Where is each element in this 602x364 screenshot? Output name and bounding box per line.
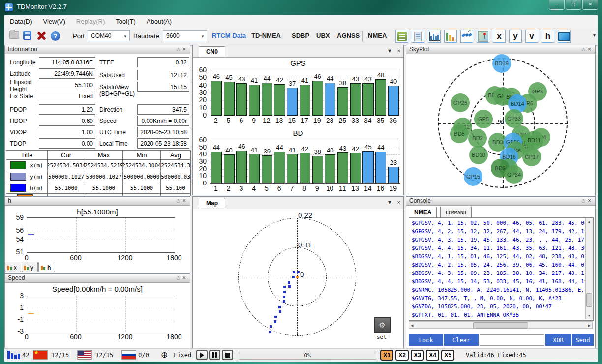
protocol-tab-tdnmea[interactable]: TD-NMEA: [251, 32, 281, 39]
scroll-up-icon[interactable]: ▲: [586, 220, 593, 223]
command-input[interactable]: [480, 334, 544, 346]
protocol-tab-nmea[interactable]: NMEA: [368, 32, 387, 39]
bar-slot: 42: [299, 140, 311, 183]
speed-x3-button[interactable]: X3: [411, 350, 424, 361]
position-dot: [293, 271, 295, 273]
monitor-icon[interactable]: [558, 30, 571, 43]
info-value-fixstate: Fixed: [39, 91, 95, 101]
x-tick-label: 8: [298, 184, 311, 192]
console-vscrollbar[interactable]: ▲ ▼: [585, 218, 593, 319]
y-tick-label: 60: [192, 66, 207, 74]
msg-doc-icon[interactable]: [412, 30, 424, 43]
speed-x4-button[interactable]: X4: [426, 350, 439, 361]
minimize-button[interactable]: ─: [549, 0, 565, 10]
protocol-tab-ubx[interactable]: UBX: [316, 32, 330, 39]
pin-icon[interactable]: ☃: [581, 46, 588, 53]
scroll-left-icon[interactable]: ◀: [411, 324, 413, 328]
speed-x1-button[interactable]: X1: [380, 350, 393, 361]
y-plot-button[interactable]: y: [509, 30, 522, 43]
x-tick-row: 123456789101113141619: [210, 184, 399, 192]
menu-item-replayr[interactable]: Replay(R): [71, 15, 111, 25]
menu-item-datad[interactable]: Data(D): [4, 15, 38, 25]
stat-bars-icon[interactable]: [444, 30, 457, 43]
protocol-tab-sdbp[interactable]: SDBP: [292, 32, 309, 39]
satellite-gp17: GP17: [522, 148, 541, 166]
bar-sat-13: [274, 84, 285, 116]
cn0-bars-icon[interactable]: [428, 30, 441, 43]
menu-item-viewv[interactable]: View(V): [38, 15, 71, 25]
maximize-button[interactable]: □: [566, 0, 581, 10]
bar-sat-1: [211, 152, 222, 183]
save-button[interactable]: [23, 31, 31, 40]
xor-button[interactable]: XOR: [545, 334, 571, 346]
scroll-down-icon[interactable]: ▼: [586, 314, 593, 317]
stat-bars-icon: [446, 32, 455, 41]
info-label-fixstate: Fix State: [10, 93, 38, 100]
info-value-hdop: 0.60: [39, 116, 95, 126]
x-tick-label: 14: [361, 184, 374, 192]
gridline: [27, 308, 175, 308]
menu-item-toolt[interactable]: Tool(T): [110, 15, 141, 25]
bar-sat-5: [262, 155, 272, 183]
lock-button[interactable]: Lock: [409, 334, 443, 346]
menu-item-abouta[interactable]: About(A): [141, 15, 177, 25]
info-label-ellipsoid: EllipsoidHeight: [10, 79, 38, 92]
x-tick-label: 5: [222, 117, 235, 124]
info-value-utctime: 2020-05-23 10:58: [137, 127, 189, 137]
port-combobox[interactable]: COM40▼: [88, 30, 130, 41]
send-button[interactable]: Send: [572, 334, 594, 346]
info-label-ttff: TTFF: [99, 59, 137, 66]
map-settings-button[interactable]: ⚙: [374, 317, 391, 333]
chevron-down-icon[interactable]: ▼: [387, 199, 392, 205]
x-plot-button[interactable]: x: [493, 30, 506, 43]
x-tick-label: 1200: [110, 254, 140, 262]
bar-sat-34: [362, 83, 373, 116]
console-panel: Console ☃× NMEACOMMAND $GPGSV, 4, 1, 15,…: [406, 196, 596, 348]
stop-button[interactable]: [222, 350, 233, 360]
table-cell: 55.1000: [48, 182, 85, 194]
disconnect-button[interactable]: [37, 31, 46, 40]
clear-button[interactable]: Clear: [444, 334, 479, 346]
pause-button[interactable]: [209, 350, 220, 360]
y-tick-label: -1: [9, 315, 24, 323]
h-plot-button[interactable]: h: [542, 30, 554, 43]
close-icon[interactable]: ×: [397, 199, 400, 205]
speed-x5-button[interactable]: X5: [441, 350, 454, 361]
tab-map[interactable]: Map: [199, 198, 225, 208]
console-tab-nmea[interactable]: NMEA: [409, 207, 437, 218]
tab-cn0[interactable]: CN0: [199, 46, 225, 57]
satellite-bd5: BD5: [450, 124, 469, 143]
position-dot: [279, 310, 281, 313]
console-tab-command[interactable]: COMMAND: [440, 207, 472, 218]
help-button[interactable]: ?: [51, 31, 60, 41]
map-icon[interactable]: [477, 30, 489, 43]
close-icon[interactable]: ×: [588, 197, 593, 204]
close-icon[interactable]: ×: [182, 46, 188, 53]
console-hscrollbar[interactable]: ◀ ▶: [409, 321, 593, 329]
close-icon[interactable]: ×: [397, 48, 400, 54]
console-output[interactable]: $GPGSV, 4, 1, 15, 02, 50, 000, 46, 05, 6…: [409, 217, 594, 321]
satellite-icon[interactable]: [460, 30, 473, 43]
pin-icon[interactable]: ☃: [176, 46, 182, 53]
protocol-tab-agnss[interactable]: AGNSS: [337, 32, 360, 39]
msg-list-icon[interactable]: [395, 30, 408, 43]
tab-y[interactable]: y: [22, 262, 38, 272]
speed-x2-button[interactable]: X2: [395, 350, 409, 361]
protocol-tab-rtcmdata[interactable]: RTCM Data: [212, 32, 246, 39]
x-tick-label: 6: [273, 184, 286, 192]
close-button[interactable]: ×: [582, 0, 598, 10]
toolbar-overflow-chevron[interactable]: ▼: [592, 33, 597, 38]
tab-h[interactable]: h: [38, 262, 55, 272]
v-plot-button[interactable]: v: [525, 30, 538, 43]
data-trace: [28, 313, 34, 314]
open-folder-button[interactable]: [9, 31, 19, 39]
play-button[interactable]: [196, 350, 208, 360]
scroll-right-icon[interactable]: ▶: [588, 324, 591, 328]
baudrate-combobox[interactable]: 9600▼: [163, 30, 207, 41]
info-value-ellipsoid: 55.100: [39, 80, 95, 90]
tab-x[interactable]: x: [5, 262, 21, 272]
chevron-down-icon[interactable]: ▼: [387, 48, 392, 54]
close-icon[interactable]: ×: [588, 46, 593, 53]
x-tick-label: 0: [12, 254, 41, 262]
pin-icon[interactable]: ☃: [581, 198, 588, 204]
